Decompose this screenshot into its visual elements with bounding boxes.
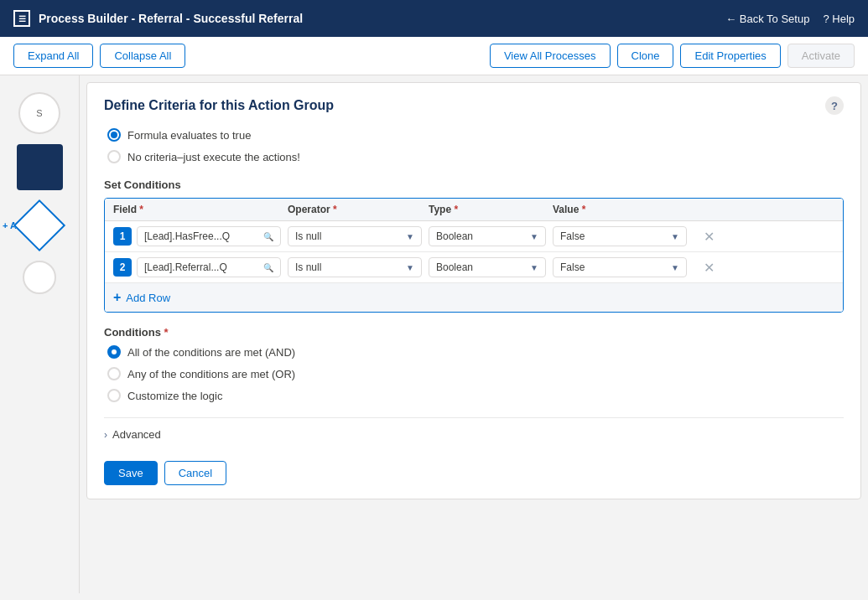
main-layout: S + A Define Criteria for this Action Gr… bbox=[0, 75, 868, 593]
row2-delete-button[interactable]: ✕ bbox=[694, 260, 724, 276]
canvas-end-node bbox=[23, 261, 56, 294]
radio-no-criteria-label: No criteria–just execute the actions! bbox=[127, 151, 300, 163]
clone-button[interactable]: Clone bbox=[617, 44, 674, 68]
activate-button: Activate bbox=[787, 44, 855, 68]
row1-value-chevron: ▼ bbox=[671, 232, 679, 241]
conditions-table: Field * Operator * Type * Value * 1 [Lea… bbox=[104, 198, 844, 313]
row1-field-input[interactable]: [Lead].HasFree...Q 🔍 bbox=[137, 226, 281, 246]
collapse-all-button[interactable]: Collapse All bbox=[100, 44, 185, 68]
view-all-processes-button[interactable]: View All Processes bbox=[490, 44, 611, 68]
required-star-value: * bbox=[582, 204, 586, 215]
advanced-section: › Advanced bbox=[104, 417, 844, 441]
required-star-field: * bbox=[139, 204, 143, 215]
edit-properties-button[interactable]: Edit Properties bbox=[680, 44, 780, 68]
conditions-or-label: Any of the conditions are met (OR) bbox=[127, 368, 295, 380]
toolbar: Expand All Collapse All View All Process… bbox=[0, 37, 868, 75]
top-bar-left: ☰ Process Builder - Referral - Successfu… bbox=[13, 10, 303, 27]
row2-field-cell: 2 [Lead].Referral...Q 🔍 bbox=[113, 257, 281, 277]
conditions-and-option[interactable]: All of the conditions are met (AND) bbox=[107, 345, 844, 359]
row1-value-select[interactable]: False ▼ bbox=[553, 226, 687, 246]
row1-value-value: False bbox=[560, 230, 585, 242]
action-buttons: Save Cancel bbox=[104, 454, 844, 485]
app-logo: ☰ bbox=[13, 10, 30, 27]
row2-value-value: False bbox=[560, 261, 585, 273]
add-row-label: Add Row bbox=[126, 292, 170, 304]
help-icon[interactable]: ? bbox=[825, 96, 844, 115]
radio-formula[interactable]: Formula evaluates to true bbox=[107, 128, 844, 142]
row1-operator-chevron: ▼ bbox=[406, 232, 414, 241]
row1-operator-select[interactable]: Is null ▼ bbox=[288, 226, 422, 246]
conditions-radio-group: All of the conditions are met (AND) Any … bbox=[104, 345, 844, 402]
header-type: Type * bbox=[429, 204, 546, 215]
radio-formula-btn[interactable] bbox=[107, 128, 121, 142]
back-to-setup-link[interactable]: ← Back To Setup bbox=[725, 13, 809, 25]
row1-delete-button[interactable]: ✕ bbox=[694, 229, 724, 245]
radio-formula-label: Formula evaluates to true bbox=[127, 129, 251, 142]
row1-type-select[interactable]: Boolean ▼ bbox=[429, 226, 546, 246]
header-operator: Operator * bbox=[288, 204, 422, 215]
required-star-operator: * bbox=[333, 204, 337, 215]
top-bar: ☰ Process Builder - Referral - Successfu… bbox=[0, 0, 868, 37]
table-row: 2 [Lead].Referral...Q 🔍 Is null ▼ Boolea… bbox=[105, 252, 843, 283]
canvas-trigger-box[interactable] bbox=[17, 144, 63, 190]
conditions-and-radio-btn[interactable] bbox=[107, 345, 121, 359]
add-row-button[interactable]: + Add Row bbox=[105, 283, 843, 312]
table-row: 1 [Lead].HasFree...Q 🔍 Is null ▼ Boolean… bbox=[105, 221, 843, 252]
criteria-header: Define Criteria for this Action Group ? bbox=[104, 96, 844, 115]
row2-value-chevron: ▼ bbox=[671, 263, 679, 272]
conditions-custom-option[interactable]: Customize the logic bbox=[107, 389, 844, 402]
row1-num: 1 bbox=[113, 227, 132, 246]
top-bar-right: ← Back To Setup ? Help bbox=[725, 13, 855, 25]
conditions-section: Conditions * All of the conditions are m… bbox=[104, 326, 844, 402]
row1-field-chevron: 🔍 bbox=[263, 232, 273, 241]
row2-value-select[interactable]: False ▼ bbox=[553, 257, 687, 277]
conditions-or-option[interactable]: Any of the conditions are met (OR) bbox=[107, 367, 844, 380]
toolbar-left: Expand All Collapse All bbox=[13, 44, 483, 68]
row2-type-chevron: ▼ bbox=[530, 263, 538, 272]
header-value: Value * bbox=[553, 204, 687, 215]
conditions-required-star: * bbox=[164, 326, 169, 339]
row1-type-value: Boolean bbox=[436, 230, 473, 242]
canvas-start-node: S bbox=[18, 92, 60, 134]
help-link[interactable]: ? Help bbox=[823, 13, 855, 25]
radio-no-criteria-btn[interactable] bbox=[107, 150, 121, 163]
row2-num: 2 bbox=[113, 258, 132, 277]
canvas-sidebar: S + A bbox=[0, 75, 80, 593]
expand-all-button[interactable]: Expand All bbox=[13, 44, 93, 68]
radio-no-criteria[interactable]: No criteria–just execute the actions! bbox=[107, 150, 844, 163]
row2-type-select[interactable]: Boolean ▼ bbox=[429, 257, 546, 277]
set-conditions-label: Set Conditions bbox=[104, 178, 844, 191]
advanced-label: Advanced bbox=[112, 428, 161, 441]
main-panel: Define Criteria for this Action Group ? … bbox=[80, 75, 868, 593]
conditions-label-text: Conditions bbox=[104, 326, 161, 339]
row1-field-cell: 1 [Lead].HasFree...Q 🔍 bbox=[113, 226, 281, 246]
row1-type-chevron: ▼ bbox=[530, 232, 538, 241]
canvas-criteria-diamond[interactable]: + A bbox=[14, 200, 65, 251]
page-title: Process Builder - Referral - Successful … bbox=[39, 12, 303, 25]
row2-operator-select[interactable]: Is null ▼ bbox=[288, 257, 422, 277]
criteria-panel: Define Criteria for this Action Group ? … bbox=[86, 82, 861, 499]
conditions-or-radio-btn[interactable] bbox=[107, 367, 121, 380]
advanced-toggle[interactable]: › Advanced bbox=[104, 428, 844, 441]
table-header: Field * Operator * Type * Value * bbox=[105, 199, 843, 221]
save-button[interactable]: Save bbox=[104, 461, 158, 485]
row2-operator-chevron: ▼ bbox=[406, 263, 414, 272]
conditions-section-label: Conditions * bbox=[104, 326, 844, 339]
row2-field-input[interactable]: [Lead].Referral...Q 🔍 bbox=[137, 257, 281, 277]
advanced-chevron-icon: › bbox=[104, 429, 107, 441]
criteria-radio-group: Formula evaluates to true No criteria–ju… bbox=[104, 128, 844, 163]
header-field: Field * bbox=[113, 204, 281, 215]
add-row-plus-icon: + bbox=[113, 290, 121, 305]
canvas-diamond-shape bbox=[13, 199, 65, 251]
row1-field-value: [Lead].HasFree...Q bbox=[144, 230, 230, 242]
conditions-and-label: All of the conditions are met (AND) bbox=[127, 346, 295, 359]
conditions-custom-radio-btn[interactable] bbox=[107, 389, 121, 402]
criteria-title: Define Criteria for this Action Group bbox=[104, 98, 334, 113]
conditions-custom-label: Customize the logic bbox=[127, 390, 222, 402]
cancel-button[interactable]: Cancel bbox=[164, 461, 226, 485]
row2-operator-value: Is null bbox=[295, 261, 321, 273]
required-star-type: * bbox=[454, 204, 458, 215]
toolbar-right: View All Processes Clone Edit Properties… bbox=[490, 44, 855, 68]
row1-operator-value: Is null bbox=[295, 230, 321, 242]
row2-field-value: [Lead].Referral...Q bbox=[144, 261, 227, 273]
